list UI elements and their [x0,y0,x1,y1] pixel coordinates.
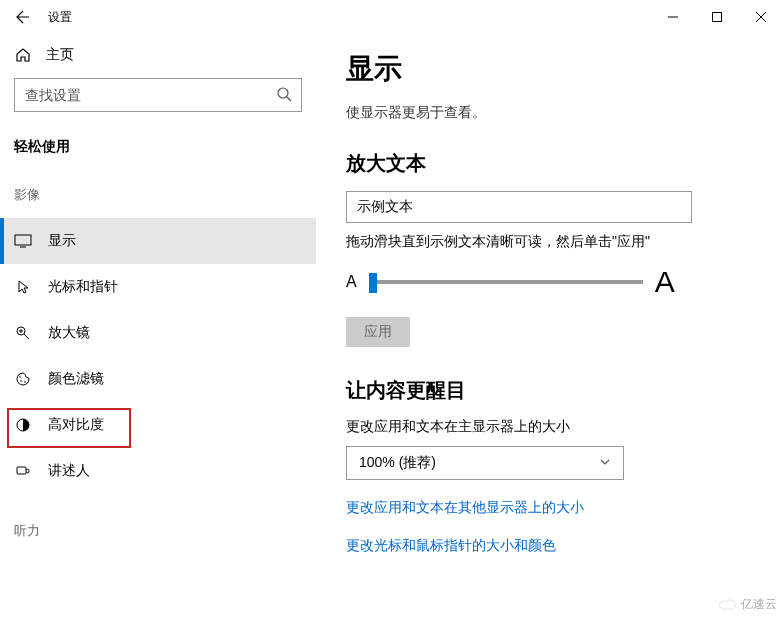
sidebar-item-label: 高对比度 [48,416,104,434]
apply-button[interactable]: 应用 [346,317,410,347]
sidebar-item-label: 放大镜 [48,324,90,342]
sidebar-item-label: 颜色滤镜 [48,370,104,388]
svg-line-5 [287,97,291,101]
svg-rect-1 [713,13,722,22]
close-button[interactable] [739,0,783,34]
page-title: 显示 [346,50,753,88]
svg-point-12 [19,376,21,378]
group-hearing-label: 听力 [0,512,316,554]
chevron-down-icon [599,455,611,471]
sidebar-item-high-contrast[interactable]: 高对比度 [0,402,316,448]
sample-text-box: 示例文本 [346,191,692,223]
sidebar-item-label: 光标和指针 [48,278,118,296]
back-button[interactable] [0,0,44,34]
magnifier-icon [14,325,32,341]
contrast-icon [14,417,32,433]
narrator-icon [14,463,32,479]
sidebar: 主页 轻松使用 影像 显示 光标和指针 放大镜 颜色滤镜 高对比度 [0,34,316,619]
scale-description: 更改应用和文本在主显示器上的大小 [346,418,753,436]
enlarge-text-heading: 放大文本 [346,150,753,177]
sidebar-item-narrator[interactable]: 讲述人 [0,448,316,494]
home-icon [14,47,32,63]
search-icon [276,86,292,106]
scale-value: 100% (推荐) [359,454,436,472]
sidebar-item-cursor[interactable]: 光标和指针 [0,264,316,310]
sidebar-item-magnifier[interactable]: 放大镜 [0,310,316,356]
search-input[interactable] [14,78,302,112]
text-size-slider[interactable] [369,280,643,284]
cursor-icon [14,279,32,295]
sidebar-item-label: 讲述人 [48,462,90,480]
big-a-label: A [655,265,675,299]
sidebar-item-label: 显示 [48,232,76,250]
group-visual-label: 影像 [0,176,316,218]
svg-point-13 [20,380,22,382]
home-link[interactable]: 主页 [0,34,316,78]
svg-point-4 [278,88,288,98]
svg-line-9 [24,334,29,339]
watermark: 亿速云 [717,596,777,613]
link-other-displays[interactable]: 更改应用和文本在其他显示器上的大小 [346,499,584,517]
sample-text: 示例文本 [357,198,413,216]
sidebar-item-color-filters[interactable]: 颜色滤镜 [0,356,316,402]
main-content: 显示 使显示器更易于查看。 放大文本 示例文本 拖动滑块直到示例文本清晰可读，然… [316,34,783,619]
section-title: 轻松使用 [0,130,316,176]
small-a-label: A [346,273,357,291]
maximize-button[interactable] [695,0,739,34]
scale-dropdown[interactable]: 100% (推荐) [346,446,624,480]
minimize-button[interactable] [651,0,695,34]
palette-icon [14,371,32,387]
sidebar-item-display[interactable]: 显示 [0,218,316,264]
svg-rect-6 [15,235,31,245]
slider-thumb[interactable] [369,273,377,293]
slider-description: 拖动滑块直到示例文本清晰可读，然后单击"应用" [346,233,753,251]
home-label: 主页 [46,46,74,64]
svg-point-14 [24,381,26,383]
window-title: 设置 [48,9,72,26]
monitor-icon [14,233,32,249]
back-arrow-icon [14,9,30,25]
page-description: 使显示器更易于查看。 [346,104,753,122]
link-cursor-settings[interactable]: 更改光标和鼠标指针的大小和颜色 [346,537,556,555]
prominent-heading: 让内容更醒目 [346,377,753,404]
svg-rect-16 [17,467,26,474]
